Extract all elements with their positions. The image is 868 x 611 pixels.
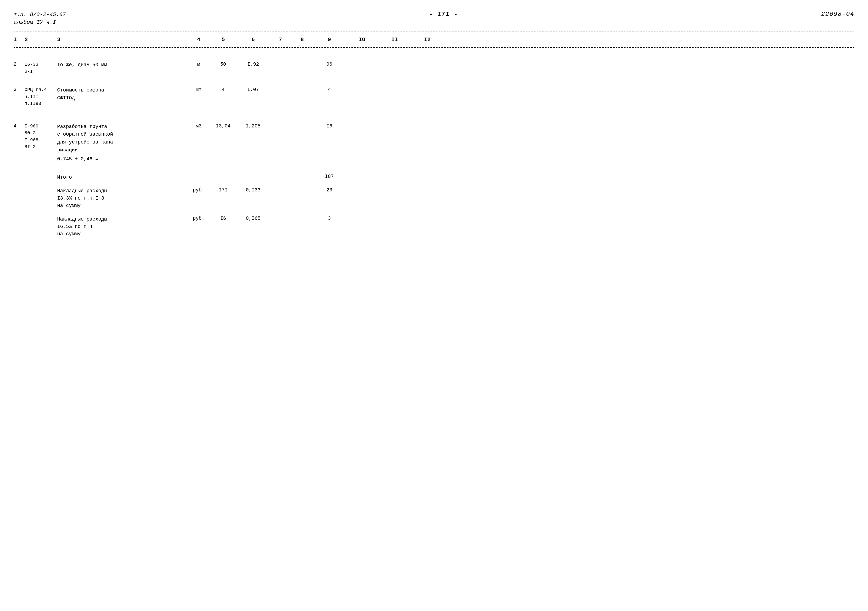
row3-total: 4: [313, 86, 346, 92]
row3-unit: шт: [188, 86, 209, 92]
row4-total: I6: [313, 123, 346, 129]
row3-price: I,07: [237, 86, 270, 92]
gap-before-row2: [14, 51, 854, 59]
table-row-2: 2. I6-33 6-I То же, диам.50 мм м 50 I,92…: [14, 59, 854, 76]
gap-before-summary: [14, 164, 854, 173]
summary-overhead2-qty: I6: [209, 216, 237, 221]
col-h9: 9: [313, 36, 346, 43]
header-tp: т.п. 8/3-2-45.87: [14, 11, 66, 19]
col-h10: IO: [346, 36, 378, 43]
row4-formula: 0,745 + 0,46 =: [57, 155, 188, 163]
gap-summary2: [14, 211, 854, 214]
summary-overhead1-qty: I7I: [209, 187, 237, 193]
row2-total: 96: [313, 61, 346, 67]
col-h2: 2: [25, 36, 57, 43]
row3-desc: Стоимость сифона СФIIОД: [57, 86, 188, 102]
top-divider: [14, 32, 854, 32]
summary-overhead1: Накладные расходы I3,3% по п.п.I-3 на су…: [14, 186, 854, 211]
row2-qty: 50: [209, 61, 237, 67]
row4-num: 4.: [14, 123, 25, 129]
summary-itogo: Итого I87: [14, 173, 854, 182]
col-h1: I: [14, 36, 25, 43]
summary-overhead1-total: 23: [313, 187, 346, 193]
header-left: т.п. 8/3-2-45.87 альбом IУ ч.I: [14, 11, 66, 26]
col-h12: I2: [411, 36, 444, 43]
col-h7: 7: [270, 36, 291, 43]
col-h5: 5: [209, 36, 237, 43]
header-album: альбом IУ ч.I: [14, 19, 66, 26]
summary-overhead2-price: 0,I65: [237, 216, 270, 221]
summary-overhead2-total: 3: [313, 216, 346, 221]
table-row-3: 3. СРЦ гл.4 ч.III п.II93 Стоимость сифон…: [14, 85, 854, 109]
col-h8: 8: [291, 36, 313, 43]
header-page-num: - I7I -: [429, 11, 458, 18]
row4-qty: I3,04: [209, 123, 237, 129]
summary-overhead2: Накладные расходы I6,5% по п.4 на сумму …: [14, 214, 854, 239]
gap-before-row4: [14, 109, 854, 117]
summary-overhead1-unit: руб.: [188, 187, 209, 193]
col-header-row: I 2 3 4 5 6 7 8 9 IO II I2: [14, 34, 854, 45]
summary-itogo-label: Итого: [14, 174, 188, 181]
row2-code: I6-33 6-I: [25, 61, 57, 75]
row4-desc: Разработка грунта с обратной засыпкой дл…: [57, 123, 188, 163]
col-h3: 3: [57, 36, 188, 43]
col-h6: 6: [237, 36, 270, 43]
col-h11: II: [378, 36, 411, 43]
summary-itogo-total: I87: [313, 174, 346, 179]
summary-overhead2-label: Накладные расходы I6,5% по п.4 на сумму: [14, 216, 188, 238]
header-bottom-divider2: [14, 50, 854, 50]
row2-desc: То же, диам.50 мм: [57, 61, 188, 69]
row3-code: СРЦ гл.4 ч.III п.II93: [25, 86, 57, 107]
summary-overhead1-price: 0,I33: [237, 187, 270, 193]
table: I 2 3 4 5 6 7 8 9 IO II I2 2. I6-33 6-I …: [14, 34, 854, 239]
row4-code: I-960 80-2 I-968 8I-2: [25, 123, 57, 150]
row4-price: I,205: [237, 123, 270, 129]
row2-unit: м: [188, 61, 209, 67]
row2-price: I,92: [237, 61, 270, 67]
gap-before-row3: [14, 76, 854, 85]
row4-unit: м3: [188, 123, 209, 129]
header-doc-num: 22698-04: [821, 11, 854, 18]
header-bottom-divider: [14, 47, 854, 48]
gap-before-row4b: [14, 117, 854, 121]
table-row-4: 4. I-960 80-2 I-968 8I-2 Разработка грун…: [14, 121, 854, 165]
col-h4: 4: [188, 36, 209, 43]
gap-summary1: [14, 182, 854, 186]
summary-overhead2-unit: руб.: [188, 216, 209, 221]
row2-num: 2.: [14, 61, 25, 67]
summary-overhead1-label: Накладные расходы I3,3% по п.п.I-3 на су…: [14, 187, 188, 209]
row3-num: 3.: [14, 86, 25, 92]
page-header: т.п. 8/3-2-45.87 альбом IУ ч.I - I7I - 2…: [14, 11, 854, 26]
row3-qty: 4: [209, 86, 237, 92]
